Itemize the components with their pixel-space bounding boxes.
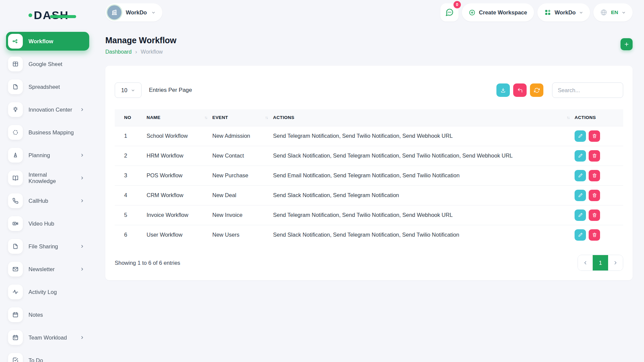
refresh-icon <box>534 87 540 93</box>
org-menu[interactable]: WorkDo <box>537 3 590 21</box>
row-action-buttons <box>575 130 623 142</box>
sidebar-item-label: Spreadsheet <box>29 84 60 90</box>
refresh-button[interactable] <box>530 83 543 97</box>
edit-button[interactable] <box>575 130 586 142</box>
breadcrumb-current: Workflow <box>141 49 163 55</box>
breadcrumb-dashboard-link[interactable]: Dashboard <box>105 49 131 55</box>
sidebar-item-callhub[interactable]: CallHub <box>6 191 89 210</box>
table-row: 5Invoice WorkflowNew InvoiceSend Telegra… <box>115 205 623 225</box>
sidebar-item-internal-knowledge[interactable]: Internal Knowledge <box>6 169 89 187</box>
sidebar-item-label: Internal Knowledge <box>29 172 74 184</box>
workspace-switcher[interactable]: WorkDo <box>105 3 162 21</box>
edit-button[interactable] <box>575 190 586 201</box>
create-workspace-button[interactable]: Create Workspace <box>462 3 534 21</box>
sort-icon[interactable]: ↑↓ <box>265 115 268 120</box>
cell-actions-text: Send Slack Notification, Send Telegram N… <box>273 225 575 245</box>
table-footer: Showing 1 to 6 of 6 entries 1 <box>115 255 623 271</box>
trash-icon <box>592 153 597 158</box>
sidebar-item-label: File Sharing <box>29 243 58 250</box>
sidebar-item-to-do[interactable]: To Do <box>6 351 89 362</box>
edit-button[interactable] <box>575 170 586 181</box>
cell-actions-text: Send Slack Notification, Send Telegram N… <box>273 146 575 166</box>
entries-per-page-select[interactable]: 10 <box>115 82 142 98</box>
chevron-down-icon <box>579 10 583 15</box>
sidebar-item-file-sharing[interactable]: File Sharing <box>6 237 89 256</box>
grid-plus-icon <box>544 9 551 16</box>
export-button[interactable] <box>496 83 510 97</box>
chevron-left-icon <box>583 260 588 265</box>
previous-page-button[interactable] <box>578 255 593 270</box>
column-header-name-1[interactable]: NAME↑↓ <box>147 109 212 126</box>
delete-button[interactable] <box>589 170 600 181</box>
table-body: 1School WorkflowNew AdmissionSend Telegr… <box>115 126 623 245</box>
delete-button[interactable] <box>589 190 600 201</box>
table-row: 6User WorkflowNew UsersSend Slack Notifi… <box>115 225 623 245</box>
sidebar-item-newsletter[interactable]: Newsletter <box>6 260 89 279</box>
sidebar-nav: WorkflowGoogle SheetSpreadsheetInnovatio… <box>0 32 97 362</box>
cell-event: New Invoice <box>212 205 273 225</box>
cell-name: POS Workflow <box>147 166 212 185</box>
trash-icon <box>592 232 597 237</box>
cell-actions-text: Send Telegram Notification, Send Twilio … <box>273 126 575 146</box>
column-header-event-2[interactable]: EVENT↑↓ <box>212 109 273 126</box>
language-menu[interactable]: EN <box>593 3 633 21</box>
cell-no: 1 <box>115 126 147 146</box>
sidebar-item-spreadsheet[interactable]: Spreadsheet <box>6 77 89 96</box>
logo-dash-icon <box>50 15 76 18</box>
sidebar-item-google-sheet[interactable]: Google Sheet <box>6 55 89 73</box>
row-action-buttons <box>575 170 623 181</box>
workspace-avatar <box>107 5 121 19</box>
cell-name: HRM Workflow <box>147 146 212 166</box>
table-row: 2HRM WorkflowNew ContactSend Slack Notif… <box>115 146 623 166</box>
main-content: WorkDo 0 Create Workspace WorkDo EN <box>97 0 644 280</box>
cell-event: New Admission <box>212 126 273 146</box>
innovation-icon <box>8 102 23 117</box>
sidebar-item-workflow[interactable]: Workflow <box>6 32 89 51</box>
edit-button[interactable] <box>575 229 586 241</box>
table-row: 4CRM WorkflowNew DealSend Slack Notifica… <box>115 185 623 205</box>
sidebar-item-label: Google Sheet <box>29 61 62 67</box>
page-heading: Manage Workflow Dashboard › Workflow <box>105 36 633 55</box>
current-page-button[interactable]: 1 <box>593 255 608 270</box>
reset-button[interactable] <box>513 83 527 97</box>
delete-button[interactable] <box>589 229 600 241</box>
sort-icon[interactable]: ↑↓ <box>204 115 207 120</box>
top-header: WorkDo 0 Create Workspace WorkDo EN <box>105 0 633 21</box>
logo-dot-icon <box>29 13 32 17</box>
chevron-right-icon <box>80 335 85 340</box>
search-input[interactable] <box>552 82 623 98</box>
messages-button[interactable]: 0 <box>440 3 459 21</box>
chevron-right-icon <box>80 198 85 203</box>
sort-icon[interactable]: ↑↓ <box>567 115 569 120</box>
delete-button[interactable] <box>589 150 600 162</box>
delete-button[interactable] <box>589 209 600 221</box>
sidebar-item-notes[interactable]: Notes <box>6 305 89 324</box>
video-hub-icon <box>8 216 23 231</box>
callhub-icon <box>8 193 23 208</box>
sidebar-item-team-workload[interactable]: Team Workload <box>6 328 89 347</box>
cell-actions-text: Send Slack Notification, Send Telegram N… <box>273 185 575 205</box>
edit-button[interactable] <box>575 150 586 162</box>
sidebar-item-video-hub[interactable]: Video Hub <box>6 214 89 233</box>
sidebar-item-business-mapping[interactable]: Business Mapping <box>6 123 89 142</box>
cell-no: 2 <box>115 146 147 166</box>
column-header-actions-3[interactable]: ACTIONS↑↓ <box>273 109 575 126</box>
breadcrumb: Dashboard › Workflow <box>105 49 176 55</box>
sidebar-item-planning[interactable]: Planning <box>6 146 89 165</box>
trash-icon <box>592 213 597 218</box>
chevron-down-icon <box>622 10 626 15</box>
sidebar-item-label: CallHub <box>29 198 48 204</box>
sidebar-item-innovation-center[interactable]: Innovation Center <box>6 100 89 119</box>
pencil-icon <box>578 133 583 138</box>
spreadsheet-icon <box>8 79 23 94</box>
delete-button[interactable] <box>589 130 600 142</box>
add-workflow-button[interactable] <box>621 38 633 50</box>
edit-button[interactable] <box>575 209 586 221</box>
sidebar-item-activity-log[interactable]: Activity Log <box>6 283 89 301</box>
workflow-icon <box>8 34 23 49</box>
undo-icon <box>517 87 523 93</box>
entries-per-page-label: Entries Per Page <box>149 87 192 94</box>
todo-icon <box>8 353 23 362</box>
messages-badge: 0 <box>453 1 461 8</box>
next-page-button[interactable] <box>608 255 623 270</box>
